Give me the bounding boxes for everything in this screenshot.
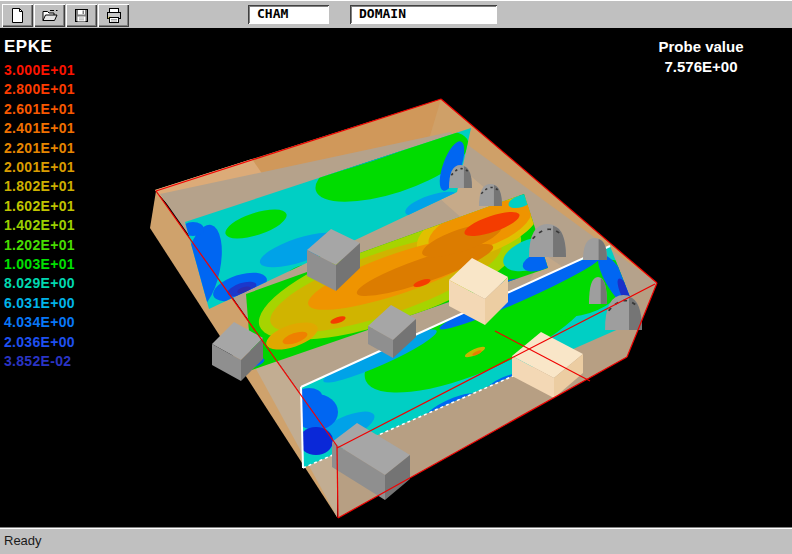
open-file-button[interactable] <box>34 4 65 27</box>
legend-entry: 2.201E+01 <box>4 139 75 158</box>
legend-title: EPKE <box>4 37 75 57</box>
toolbar: CHAM DOMAIN <box>0 0 792 28</box>
legend-entry: 1.602E+01 <box>4 197 75 216</box>
legend-entry: 4.034E+00 <box>4 313 75 332</box>
open-folder-icon <box>41 7 59 24</box>
application-window: CHAM DOMAIN <box>0 0 792 554</box>
3d-viewport: EPKE 3.000E+01 2.800E+01 2.601E+01 2.401… <box>0 28 792 527</box>
legend-entry: 1.003E+01 <box>4 255 75 274</box>
new-page-icon <box>9 7 26 24</box>
probe-readout: Probe value 7.576E+00 <box>648 37 754 77</box>
new-file-button[interactable] <box>2 4 33 27</box>
status-text: Ready <box>4 533 42 548</box>
save-floppy-icon <box>73 7 90 24</box>
legend-entry: 1.402E+01 <box>4 216 75 235</box>
legend-entry: 2.601E+01 <box>4 100 75 119</box>
status-bar: Ready <box>0 527 792 554</box>
print-button[interactable] <box>98 4 129 27</box>
probe-label: Probe value <box>648 37 754 57</box>
legend-entry: 8.029E+00 <box>4 274 75 293</box>
legend-entry: 2.401E+01 <box>4 119 75 138</box>
legend-entry: 3.852E-02 <box>4 352 75 371</box>
legend-entry: 3.000E+01 <box>4 61 75 80</box>
legend-entry: 1.202E+01 <box>4 236 75 255</box>
3d-scene[interactable] <box>0 28 792 527</box>
domain-field[interactable]: DOMAIN <box>350 5 497 24</box>
cham-field[interactable]: CHAM <box>248 5 329 24</box>
legend-entry: 6.031E+00 <box>4 294 75 313</box>
legend-entry: 1.802E+01 <box>4 177 75 196</box>
legend-entry: 2.800E+01 <box>4 80 75 99</box>
printer-icon <box>105 7 123 24</box>
legend-entry: 2.036E+00 <box>4 333 75 352</box>
contour-legend: EPKE 3.000E+01 2.800E+01 2.601E+01 2.401… <box>4 37 75 372</box>
probe-value: 7.576E+00 <box>648 57 754 77</box>
toolbar-buttons <box>2 4 129 27</box>
legend-entry: 2.001E+01 <box>4 158 75 177</box>
save-button[interactable] <box>66 4 97 27</box>
